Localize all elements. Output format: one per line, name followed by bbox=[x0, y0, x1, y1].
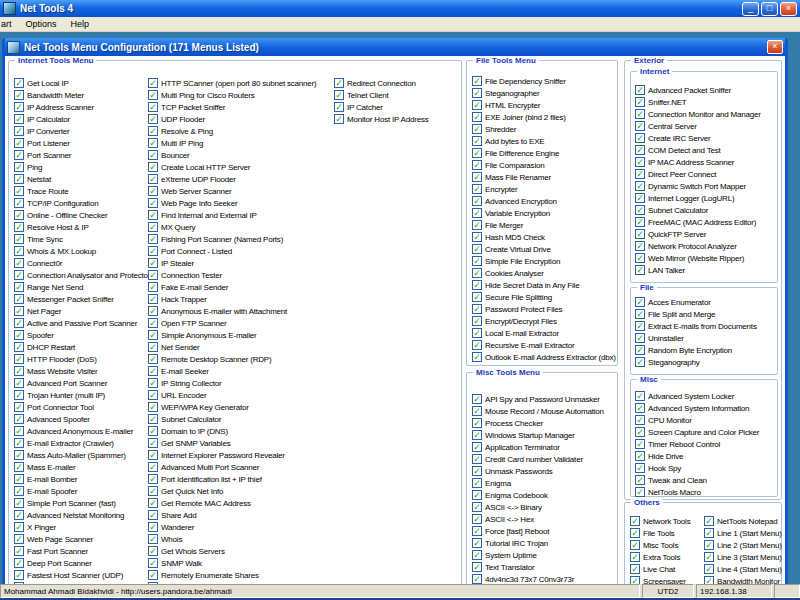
checkbox-checked-icon[interactable]: ✓ bbox=[148, 186, 158, 196]
checkbox-checked-icon[interactable]: ✓ bbox=[635, 133, 645, 143]
checkbox-checked-icon[interactable]: ✓ bbox=[14, 438, 24, 448]
menu-checkbox-row[interactable]: ✓E-mail Seeker bbox=[148, 365, 334, 377]
checkbox-checked-icon[interactable]: ✓ bbox=[14, 90, 24, 100]
checkbox-checked-icon[interactable]: ✓ bbox=[704, 552, 714, 562]
menu-checkbox-row[interactable]: ✓Port Connect - Listed bbox=[148, 245, 334, 257]
checkbox-checked-icon[interactable]: ✓ bbox=[14, 318, 24, 328]
checkbox-checked-icon[interactable]: ✓ bbox=[14, 558, 24, 568]
menu-checkbox-row[interactable]: ✓Multi IP Ping bbox=[148, 137, 334, 149]
checkbox-checked-icon[interactable]: ✓ bbox=[472, 316, 482, 326]
menu-checkbox-row[interactable]: ✓Advanced Netstat Monitoring bbox=[14, 509, 154, 521]
menu-checkbox-row[interactable]: ✓Fishing Port Scanner (Named Ports) bbox=[148, 233, 334, 245]
checkbox-checked-icon[interactable]: ✓ bbox=[472, 466, 482, 476]
checkbox-checked-icon[interactable]: ✓ bbox=[472, 442, 482, 452]
checkbox-checked-icon[interactable]: ✓ bbox=[148, 378, 158, 388]
menu-checkbox-row[interactable]: ✓Steganographer bbox=[472, 87, 616, 99]
checkbox-checked-icon[interactable]: ✓ bbox=[148, 570, 158, 580]
checkbox-checked-icon[interactable]: ✓ bbox=[148, 282, 158, 292]
menu-checkbox-row[interactable]: ✓Line 2 (Start Menu) bbox=[704, 539, 782, 551]
checkbox-checked-icon[interactable]: ✓ bbox=[472, 418, 482, 428]
menu-checkbox-row[interactable]: ✓E-mail Extractor (Crawler) bbox=[14, 437, 154, 449]
checkbox-checked-icon[interactable]: ✓ bbox=[472, 574, 482, 584]
menu-checkbox-row[interactable]: ✓Encrypt/Decrypt Files bbox=[472, 315, 616, 327]
checkbox-checked-icon[interactable]: ✓ bbox=[14, 498, 24, 508]
checkbox-checked-icon[interactable]: ✓ bbox=[148, 426, 158, 436]
checkbox-checked-icon[interactable]: ✓ bbox=[148, 210, 158, 220]
menu-checkbox-row[interactable]: ✓Outlook E-mail Address Extractor (dbx) bbox=[472, 351, 616, 363]
checkbox-checked-icon[interactable]: ✓ bbox=[472, 328, 482, 338]
menu-checkbox-row[interactable]: ✓Hack Trapper bbox=[148, 293, 334, 305]
menu-checkbox-row[interactable]: ✓Recursive E-mail Extractor bbox=[472, 339, 616, 351]
checkbox-checked-icon[interactable]: ✓ bbox=[472, 340, 482, 350]
checkbox-checked-icon[interactable]: ✓ bbox=[14, 258, 24, 268]
menu-checkbox-row[interactable]: ✓CPU Monitor bbox=[635, 414, 775, 426]
checkbox-checked-icon[interactable]: ✓ bbox=[14, 330, 24, 340]
menu-checkbox-row[interactable]: ✓NetTools Macro bbox=[635, 486, 775, 498]
checkbox-checked-icon[interactable]: ✓ bbox=[472, 172, 482, 182]
menu-checkbox-row[interactable]: ✓Force [fast] Reboot bbox=[472, 525, 616, 537]
menu-checkbox-row[interactable]: ✓NetTools Notepad bbox=[704, 515, 782, 527]
checkbox-checked-icon[interactable]: ✓ bbox=[148, 138, 158, 148]
checkbox-checked-icon[interactable]: ✓ bbox=[148, 318, 158, 328]
menu-checkbox-row[interactable]: ✓IP Converter bbox=[14, 125, 154, 137]
menu-checkbox-row[interactable]: ✓ASCII <-> Hex bbox=[472, 513, 616, 525]
dialog-close-button[interactable]: × bbox=[767, 40, 783, 54]
checkbox-checked-icon[interactable]: ✓ bbox=[148, 78, 158, 88]
checkbox-checked-icon[interactable]: ✓ bbox=[635, 109, 645, 119]
menu-checkbox-row[interactable]: ✓Advanced Spoofer bbox=[14, 413, 154, 425]
checkbox-checked-icon[interactable]: ✓ bbox=[14, 390, 24, 400]
checkbox-checked-icon[interactable]: ✓ bbox=[148, 306, 158, 316]
checkbox-checked-icon[interactable]: ✓ bbox=[148, 558, 158, 568]
menu-checkbox-row[interactable]: ✓Resolve & Ping bbox=[148, 125, 334, 137]
menu-checkbox-row[interactable]: ✓Encrypter bbox=[472, 183, 616, 195]
menu-checkbox-row[interactable]: ✓Port Identification list + IP thief bbox=[148, 473, 334, 485]
checkbox-checked-icon[interactable]: ✓ bbox=[704, 516, 714, 526]
checkbox-checked-icon[interactable]: ✓ bbox=[472, 136, 482, 146]
checkbox-checked-icon[interactable]: ✓ bbox=[635, 181, 645, 191]
menu-checkbox-row[interactable]: ✓Hide Secret Data in Any File bbox=[472, 279, 616, 291]
menu-checkbox-row[interactable]: ✓Advanced Port Scanner bbox=[14, 377, 154, 389]
menu-checkbox-row[interactable]: ✓Enigma bbox=[472, 477, 616, 489]
menu-checkbox-row[interactable]: ✓LAN Talker bbox=[635, 264, 775, 276]
menu-checkbox-row[interactable]: ✓Net Sender bbox=[148, 341, 334, 353]
checkbox-checked-icon[interactable]: ✓ bbox=[148, 390, 158, 400]
checkbox-checked-icon[interactable]: ✓ bbox=[14, 198, 24, 208]
menu-checkbox-row[interactable]: ✓Spoofer bbox=[14, 329, 154, 341]
menu-checkbox-row[interactable]: ✓Sniffer.NET bbox=[635, 96, 775, 108]
menu-checkbox-row[interactable]: ✓Create Virtual Drive bbox=[472, 243, 616, 255]
menu-checkbox-row[interactable]: ✓File Dependency Sniffer bbox=[472, 75, 616, 87]
checkbox-checked-icon[interactable]: ✓ bbox=[635, 403, 645, 413]
menu-checkbox-row[interactable]: ✓E-mail Bomber bbox=[14, 473, 154, 485]
menu-checkbox-row[interactable]: ✓Secure File Splitting bbox=[472, 291, 616, 303]
checkbox-checked-icon[interactable]: ✓ bbox=[472, 352, 482, 362]
checkbox-checked-icon[interactable]: ✓ bbox=[630, 540, 640, 550]
menu-checkbox-row[interactable]: ✓Internet Explorer Password Revealer bbox=[148, 449, 334, 461]
checkbox-checked-icon[interactable]: ✓ bbox=[472, 538, 482, 548]
menu-checkbox-row[interactable]: ✓EXE Joiner (bind 2 files) bbox=[472, 111, 616, 123]
menu-checkbox-row[interactable]: ✓Multi Ping for Cisco Routers bbox=[148, 89, 334, 101]
checkbox-checked-icon[interactable]: ✓ bbox=[14, 366, 24, 376]
menu-checkbox-row[interactable]: ✓Steganography bbox=[635, 356, 775, 368]
checkbox-checked-icon[interactable]: ✓ bbox=[635, 97, 645, 107]
checkbox-checked-icon[interactable]: ✓ bbox=[148, 90, 158, 100]
checkbox-checked-icon[interactable]: ✓ bbox=[472, 100, 482, 110]
checkbox-checked-icon[interactable]: ✓ bbox=[472, 526, 482, 536]
menu-checkbox-row[interactable]: ✓Bouncer bbox=[148, 149, 334, 161]
checkbox-checked-icon[interactable]: ✓ bbox=[334, 102, 344, 112]
checkbox-checked-icon[interactable]: ✓ bbox=[148, 294, 158, 304]
menu-checkbox-row[interactable]: ✓Anonymous E-mailer with Attachment bbox=[148, 305, 334, 317]
checkbox-checked-icon[interactable]: ✓ bbox=[630, 552, 640, 562]
menu-checkbox-row[interactable]: ✓Extract E-mails from Documents bbox=[635, 320, 775, 332]
menu-checkbox-row[interactable]: ✓FreeMAC (MAC Address Editor) bbox=[635, 216, 775, 228]
checkbox-checked-icon[interactable]: ✓ bbox=[148, 162, 158, 172]
close-button[interactable]: × bbox=[780, 2, 797, 16]
menu-checkbox-row[interactable]: ✓Get Whois Servers bbox=[148, 545, 334, 557]
menu-checkbox-row[interactable]: ✓API Spy and Password Unmasker bbox=[472, 393, 616, 405]
menu-checkbox-row[interactable]: ✓Line 3 (Start Menu) bbox=[704, 551, 782, 563]
maximize-button[interactable]: □ bbox=[761, 2, 778, 16]
menu-checkbox-row[interactable]: ✓TCP/IP Configuration bbox=[14, 197, 154, 209]
checkbox-checked-icon[interactable]: ✓ bbox=[635, 321, 645, 331]
menu-checkbox-row[interactable]: ✓Bandwidth Meter bbox=[14, 89, 154, 101]
menu-checkbox-row[interactable]: ✓Monitor Host IP Address bbox=[334, 113, 460, 125]
checkbox-checked-icon[interactable]: ✓ bbox=[472, 502, 482, 512]
